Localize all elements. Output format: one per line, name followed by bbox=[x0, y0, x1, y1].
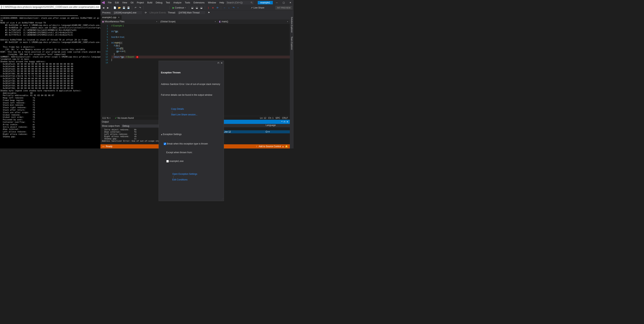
live-share-button[interactable]: ↗ Live Share bbox=[251, 7, 264, 9]
nav-scope-combo[interactable]: (Global Scope) bbox=[159, 20, 218, 24]
step-out-icon[interactable]: ↑ bbox=[236, 6, 240, 10]
solution-title: example1 bbox=[258, 1, 273, 4]
live-share-icon: ↗ bbox=[251, 7, 252, 9]
tab-example1-cpp[interactable]: example1.cpp ✕ bbox=[100, 15, 122, 20]
step-over-icon[interactable]: ↷ bbox=[232, 6, 236, 10]
redo-icon[interactable]: ↷ bbox=[138, 6, 142, 10]
menu-analyze[interactable]: Analyze bbox=[172, 1, 183, 5]
process-combo[interactable]: [18184] example1.exe bbox=[113, 11, 142, 14]
menu-test[interactable]: Test bbox=[164, 1, 172, 5]
dbg-icon-3[interactable]: ⬓ bbox=[200, 6, 203, 10]
dropdown-icon[interactable]: ▾ bbox=[185, 7, 186, 9]
editor-area: example1.cpp ✕ ▣Miscellaneous Files (Glo… bbox=[100, 15, 294, 148]
tab-close-icon[interactable]: ✕ bbox=[118, 16, 120, 19]
open-exception-settings-link[interactable]: Open Exception Settings bbox=[172, 173, 197, 175]
continue-button[interactable]: ▶ Continue ▾ bbox=[171, 6, 187, 10]
nav-project-combo[interactable]: ▣Miscellaneous Files bbox=[100, 20, 159, 24]
process-refresh-icon[interactable]: ⟳ bbox=[144, 11, 148, 15]
right-sidebar: Solution Explorer Team Explorer bbox=[290, 15, 294, 148]
char-indicator[interactable]: Ch: 1 bbox=[268, 117, 274, 119]
minimize-button[interactable]: ─ bbox=[275, 1, 279, 5]
exception-detail: Full error details can be found in the o… bbox=[161, 94, 222, 96]
main-menu: File Edit View Git Project Build Debug T… bbox=[106, 1, 226, 5]
save-icon[interactable]: 💾 bbox=[122, 6, 126, 10]
svg-point-0 bbox=[251, 2, 252, 3]
cs-pin-icon[interactable]: ⊓ bbox=[284, 120, 285, 123]
resize-grip-icon[interactable]: ⋰ bbox=[222, 198, 223, 201]
break-all-icon[interactable]: ∥ bbox=[206, 6, 210, 10]
line-indicator[interactable]: Ln: 12 bbox=[260, 117, 266, 119]
lifecycle-combo[interactable]: Lifecycle Events bbox=[150, 11, 166, 14]
menu-file[interactable]: File bbox=[106, 1, 113, 5]
console-output[interactable]: ========================================… bbox=[0, 14, 100, 138]
menu-window[interactable]: Window bbox=[206, 1, 218, 5]
issues-text[interactable]: No issues found bbox=[118, 117, 134, 119]
show-output-label: Show output from: bbox=[102, 125, 120, 127]
menu-debug[interactable]: Debug bbox=[154, 1, 164, 5]
cs-dropdown-icon[interactable]: ▾ bbox=[282, 120, 282, 123]
code-editor[interactable]: 1234567891011121314 // Example 1 int *gp… bbox=[100, 24, 290, 116]
edit-conditions-link[interactable]: Edit Conditions bbox=[172, 178, 188, 181]
step-into-icon[interactable]: ↓ bbox=[227, 6, 231, 10]
pin-icon[interactable]: ⊓ bbox=[218, 62, 219, 65]
spaces-indicator[interactable]: SPC bbox=[276, 117, 280, 119]
visual-studio-window: File Edit View Git Project Build Debug T… bbox=[100, 0, 294, 148]
save-all-icon[interactable]: 💾 bbox=[127, 6, 130, 10]
menu-build[interactable]: Build bbox=[146, 1, 154, 5]
nav-member-combo[interactable]: ◧main() bbox=[218, 20, 290, 24]
status-up-icon[interactable]: ▴ bbox=[282, 145, 284, 148]
maximize-button[interactable]: ▢ bbox=[282, 1, 286, 5]
exception-settings-toggle[interactable]: ▴Exception Settings bbox=[161, 133, 222, 136]
console-window: C:\MSDN\cpp-docs-pr\docs\c-language\ASAN… bbox=[0, 0, 100, 148]
notifications-icon[interactable]: 🔔 bbox=[285, 145, 288, 148]
status-ready: Ready bbox=[106, 145, 112, 148]
menu-edit[interactable]: Edit bbox=[114, 1, 120, 5]
main-toolbar: ◀ ▶ 📄 📂 💾 💾 ↶ ↷ ▶ Continue ▾ ⬓ ⬓ ⬓ ∥ bbox=[100, 5, 294, 11]
zoom-level[interactable]: 111 % bbox=[102, 117, 109, 119]
menu-git[interactable]: Git bbox=[129, 1, 135, 5]
console-title-text: C:\MSDN\cpp-docs-pr\docs\c-language\ASAN… bbox=[3, 6, 99, 8]
solution-explorer-tab[interactable]: Solution Explorer bbox=[290, 15, 294, 35]
new-item-icon[interactable]: 📄 bbox=[113, 6, 117, 10]
restart-icon[interactable]: ⟳ bbox=[216, 6, 220, 10]
close-button[interactable]: ✕ bbox=[288, 1, 292, 5]
except-from-checkbox[interactable] bbox=[166, 160, 169, 163]
int-preview-badge: INT PREVIEW bbox=[275, 6, 292, 10]
add-source-control[interactable]: Add to Source Control bbox=[259, 145, 281, 148]
output-source-combo[interactable]: Debug bbox=[122, 124, 163, 127]
menu-view[interactable]: View bbox=[121, 1, 129, 5]
menu-project[interactable]: Project bbox=[135, 1, 146, 5]
dbg-icon-2[interactable]: ⬓ bbox=[195, 6, 199, 10]
start-liveshare-link[interactable]: Start Live Share session... bbox=[171, 113, 198, 116]
search-placeholder: Search (Ctrl+Q) bbox=[227, 1, 242, 4]
popup-close-icon[interactable]: ✕ bbox=[221, 62, 222, 65]
exception-title: Exception Thrown bbox=[161, 71, 222, 74]
open-icon[interactable]: 📂 bbox=[118, 6, 122, 10]
menu-extensions[interactable]: Extensions bbox=[192, 1, 206, 5]
nav-fwd-icon[interactable]: ▶ bbox=[106, 6, 110, 10]
thread-combo[interactable]: [24788] Main Thread bbox=[178, 11, 205, 14]
menu-help[interactable]: Help bbox=[218, 1, 226, 5]
break-on-throw-checkbox[interactable] bbox=[164, 143, 166, 145]
stop-icon[interactable]: ■ bbox=[211, 6, 215, 10]
search-icon bbox=[250, 2, 253, 4]
error-glyph-icon[interactable]: ✕ bbox=[136, 56, 138, 58]
menu-tools[interactable]: Tools bbox=[183, 1, 192, 5]
cs-close-icon[interactable]: ✕ bbox=[286, 120, 288, 123]
flag-icon[interactable]: ⚑ bbox=[207, 11, 211, 15]
code-content[interactable]: // Example 1 int *gp; bool b = true; int… bbox=[110, 24, 290, 116]
exception-message: Address Sanitizer Error: Use of out-of-s… bbox=[161, 83, 222, 86]
thread-label: Thread: bbox=[168, 11, 176, 14]
dbg-icon-1[interactable]: ⬓ bbox=[190, 6, 194, 10]
step-next-icon[interactable]: → bbox=[222, 6, 226, 10]
nav-back-icon[interactable]: ◀ bbox=[102, 6, 105, 10]
continue-label: Continue bbox=[175, 7, 184, 9]
vs-titlebar: File Edit View Git Project Build Debug T… bbox=[100, 0, 294, 5]
method-icon: ◧ bbox=[219, 20, 221, 23]
lineending-indicator[interactable]: CRLF bbox=[282, 117, 288, 119]
team-explorer-tab[interactable]: Team Explorer bbox=[290, 35, 294, 52]
console-titlebar[interactable]: C:\MSDN\cpp-docs-pr\docs\c-language\ASAN… bbox=[0, 5, 100, 9]
undo-icon[interactable]: ↶ bbox=[134, 6, 138, 10]
copy-details-link[interactable]: Copy Details bbox=[171, 108, 184, 110]
quick-search[interactable]: Search (Ctrl+Q) bbox=[226, 1, 254, 5]
